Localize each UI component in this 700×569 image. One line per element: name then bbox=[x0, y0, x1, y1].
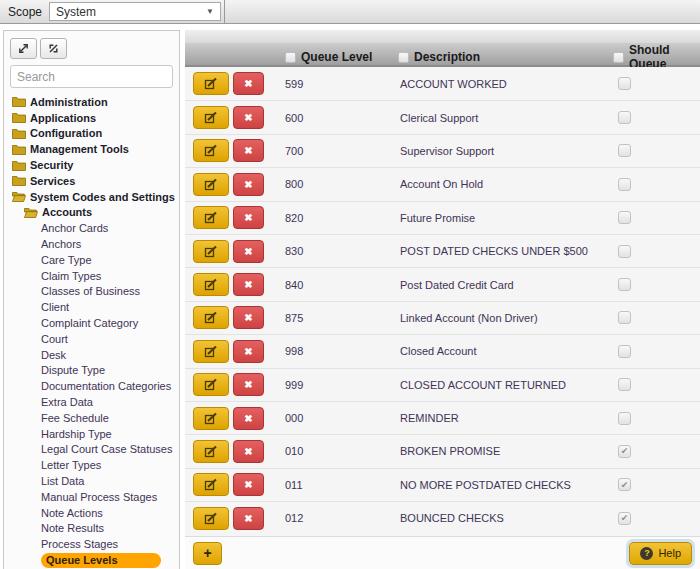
delete-row-button[interactable]: ✖ bbox=[233, 106, 264, 129]
description-header-checkbox[interactable] bbox=[398, 52, 409, 63]
sidebar-item-care-type[interactable]: Care Type bbox=[10, 252, 173, 268]
sidebar-item-accounts[interactable]: Accounts bbox=[10, 205, 173, 221]
sidebar-item-administration[interactable]: Administration bbox=[10, 94, 173, 110]
sidebar-item-court[interactable]: Court bbox=[10, 331, 173, 347]
should-queue-header-checkbox[interactable] bbox=[613, 52, 624, 63]
search-input[interactable] bbox=[10, 65, 173, 88]
sidebar-item-process-stages[interactable]: Process Stages bbox=[10, 536, 173, 552]
sidebar-item-hardship-type[interactable]: Hardship Type bbox=[10, 426, 173, 442]
edit-pencil-icon bbox=[204, 77, 218, 90]
sidebar-item-client[interactable]: Client bbox=[10, 299, 173, 315]
description-cell: REMINDER bbox=[398, 412, 613, 424]
should-queue-checkbox[interactable] bbox=[618, 111, 631, 124]
delete-row-button[interactable]: ✖ bbox=[233, 473, 264, 496]
should-queue-checkbox[interactable]: ✔ bbox=[618, 512, 631, 525]
description-cell: Future Promise bbox=[398, 212, 613, 224]
sidebar-item-applications[interactable]: Applications bbox=[10, 110, 173, 126]
edit-row-button[interactable] bbox=[193, 407, 229, 430]
should-queue-checkbox[interactable]: ✔ bbox=[618, 478, 631, 491]
sidebar-item-management-tools[interactable]: Management Tools bbox=[10, 141, 173, 157]
should-queue-checkbox[interactable] bbox=[618, 412, 631, 425]
edit-row-button[interactable] bbox=[193, 173, 229, 196]
sidebar-item-note-results[interactable]: Note Results bbox=[10, 521, 173, 537]
sidebar-item-desk[interactable]: Desk bbox=[10, 347, 173, 363]
row-actions: ✖ bbox=[185, 139, 285, 162]
should-queue-checkbox[interactable]: ✔ bbox=[618, 445, 631, 458]
navigation-sidebar: Administration Applications Configuratio… bbox=[3, 30, 180, 569]
sidebar-item-documentation-categories[interactable]: Documentation Categories bbox=[10, 378, 173, 394]
delete-row-button[interactable]: ✖ bbox=[233, 72, 264, 95]
sidebar-item-list-data[interactable]: List Data bbox=[10, 473, 173, 489]
sidebar-item-letter-types[interactable]: Letter Types bbox=[10, 457, 173, 473]
should-queue-checkbox[interactable] bbox=[618, 245, 631, 258]
folder-closed-icon bbox=[12, 175, 26, 186]
edit-row-button[interactable] bbox=[193, 340, 229, 363]
should-queue-checkbox[interactable] bbox=[618, 378, 631, 391]
should-queue-checkbox[interactable] bbox=[618, 77, 631, 90]
should-queue-checkbox[interactable] bbox=[618, 178, 631, 191]
edit-row-button[interactable] bbox=[193, 206, 229, 229]
sidebar-item-services[interactable]: Services bbox=[10, 173, 173, 189]
sidebar-item-manual-process-stages[interactable]: Manual Process Stages bbox=[10, 489, 173, 505]
sidebar-item-anchor-cards[interactable]: Anchor Cards bbox=[10, 220, 173, 236]
chevron-down-icon: ▼ bbox=[206, 7, 214, 16]
sidebar-item-dispute-type[interactable]: Dispute Type bbox=[10, 363, 173, 379]
should-queue-checkbox[interactable] bbox=[618, 144, 631, 157]
should-queue-checkbox[interactable] bbox=[618, 311, 631, 324]
edit-row-button[interactable] bbox=[193, 507, 229, 530]
delete-row-button[interactable]: ✖ bbox=[233, 173, 264, 196]
edit-row-button[interactable] bbox=[193, 273, 229, 296]
queue-level-header-checkbox[interactable] bbox=[285, 52, 296, 63]
tree-item-label: System Codes and Settings bbox=[30, 191, 175, 203]
queue-level-cell: 012 bbox=[285, 512, 398, 524]
delete-row-button[interactable]: ✖ bbox=[233, 240, 264, 263]
tree-item-label: Extra Data bbox=[41, 396, 93, 408]
collapse-all-button[interactable] bbox=[40, 38, 67, 59]
delete-row-button[interactable]: ✖ bbox=[233, 306, 264, 329]
sidebar-item-classes-of-business[interactable]: Classes of Business bbox=[10, 284, 173, 300]
sidebar-item-security[interactable]: Security bbox=[10, 157, 173, 173]
delete-row-button[interactable]: ✖ bbox=[233, 340, 264, 363]
queue-level-cell: 998 bbox=[285, 345, 398, 357]
sidebar-item-complaint-category[interactable]: Complaint Category bbox=[10, 315, 173, 331]
edit-row-button[interactable] bbox=[193, 72, 229, 95]
queue-levels-panel: Queue Level Description Should Queue ✖ bbox=[185, 30, 700, 569]
edit-row-button[interactable] bbox=[193, 139, 229, 162]
sidebar-item-legal-court-case-statuses[interactable]: Legal Court Case Statuses bbox=[10, 442, 173, 458]
sidebar-item-extra-data[interactable]: Extra Data bbox=[10, 394, 173, 410]
should-queue-checkbox[interactable] bbox=[618, 345, 631, 358]
sidebar-item-configuration[interactable]: Configuration bbox=[10, 126, 173, 142]
delete-row-button[interactable]: ✖ bbox=[233, 507, 264, 530]
sidebar-item-queue-levels[interactable]: Queue Levels bbox=[41, 552, 161, 568]
edit-row-button[interactable] bbox=[193, 373, 229, 396]
scope-select-value: System bbox=[56, 5, 96, 19]
delete-row-button[interactable]: ✖ bbox=[233, 373, 264, 396]
delete-row-button[interactable]: ✖ bbox=[233, 273, 264, 296]
tree-item-label: Accounts bbox=[42, 206, 92, 218]
row-actions: ✖ bbox=[185, 173, 285, 196]
tree-item-label: Queue Levels bbox=[41, 553, 161, 568]
sidebar-item-note-actions[interactable]: Note Actions bbox=[10, 505, 173, 521]
delete-row-button[interactable]: ✖ bbox=[233, 139, 264, 162]
sidebar-item-fee-schedule[interactable]: Fee Schedule bbox=[10, 410, 173, 426]
sidebar-item-system-codes-and-settings[interactable]: System Codes and Settings bbox=[10, 189, 173, 205]
should-queue-checkbox[interactable] bbox=[618, 211, 631, 224]
edit-row-button[interactable] bbox=[193, 306, 229, 329]
row-actions: ✖ bbox=[185, 440, 285, 463]
expand-all-button[interactable] bbox=[10, 38, 37, 59]
row-actions: ✖ bbox=[185, 340, 285, 363]
help-button[interactable]: ? Help bbox=[629, 542, 692, 565]
edit-row-button[interactable] bbox=[193, 473, 229, 496]
sidebar-item-anchors[interactable]: Anchors bbox=[10, 236, 173, 252]
add-queue-level-button[interactable]: + bbox=[193, 542, 222, 565]
delete-row-button[interactable]: ✖ bbox=[233, 440, 264, 463]
edit-row-button[interactable] bbox=[193, 106, 229, 129]
should-queue-checkbox[interactable] bbox=[618, 278, 631, 291]
delete-row-button[interactable]: ✖ bbox=[233, 206, 264, 229]
scope-select[interactable]: System ▼ bbox=[49, 2, 221, 21]
edit-row-button[interactable] bbox=[193, 440, 229, 463]
sidebar-item-claim-types[interactable]: Claim Types bbox=[10, 268, 173, 284]
table-row: ✖ 011 NO MORE POSTDATED CHECKS ✔ bbox=[185, 468, 700, 501]
edit-row-button[interactable] bbox=[193, 240, 229, 263]
delete-row-button[interactable]: ✖ bbox=[233, 407, 264, 430]
